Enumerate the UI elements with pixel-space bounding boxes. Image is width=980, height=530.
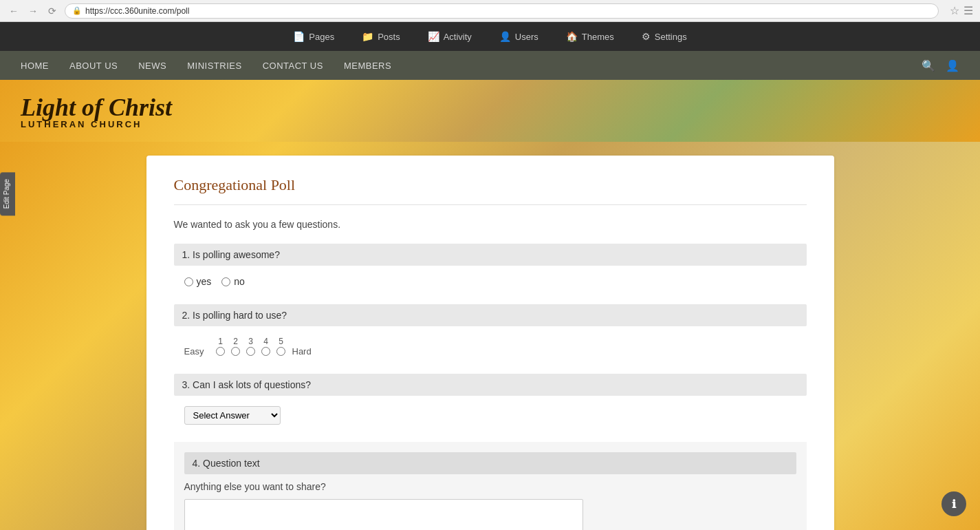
poll-title: Congregational Poll xyxy=(174,176,807,205)
scale-max-label: Hard xyxy=(292,346,312,357)
question-4-number: 4. xyxy=(193,458,201,469)
nav-home[interactable]: HOME xyxy=(21,61,49,71)
question-4: 4. Question text Anything else you want … xyxy=(174,442,807,530)
admin-nav-posts[interactable]: 📁 Posts xyxy=(362,31,400,42)
url-text: https://ccc.360unite.com/poll xyxy=(85,6,189,16)
settings-icon: ⚙ xyxy=(642,31,651,42)
forward-button[interactable]: → xyxy=(26,4,40,18)
nav-about[interactable]: ABOUT US xyxy=(69,61,118,71)
bookmark-icon[interactable]: ☆ xyxy=(950,4,959,17)
posts-icon: 📁 xyxy=(362,31,373,42)
page-content: Congregational Poll We wanted to ask you… xyxy=(0,142,980,530)
menu-icon[interactable]: ☰ xyxy=(963,4,973,17)
question-1-header: 1. Is polling awesome? xyxy=(174,244,807,266)
question-2-header: 2. Is polling hard to use? xyxy=(174,304,807,326)
question-2-number: 2. xyxy=(182,310,190,321)
pages-icon: 📄 xyxy=(293,31,305,42)
back-button[interactable]: ← xyxy=(7,4,21,18)
scale-num-2: 2 xyxy=(228,337,243,346)
lock-icon: 🔒 xyxy=(72,6,82,15)
site-title-main: Light of Christ xyxy=(21,93,172,122)
scale-radio-5[interactable] xyxy=(274,347,289,356)
admin-nav-settings[interactable]: ⚙ Settings xyxy=(642,31,687,42)
scale-radios xyxy=(213,347,289,356)
question-3: 3. Can I ask lots of questions? Select A… xyxy=(174,374,807,428)
scale-radio-2[interactable] xyxy=(228,347,243,356)
admin-nav-pages[interactable]: 📄 Pages xyxy=(293,31,334,42)
question-1-number: 1. xyxy=(182,249,190,260)
hero-banner: Light of Christ LUTHERAN CHURCH xyxy=(0,80,980,142)
activity-icon: 📈 xyxy=(428,31,439,42)
question-1-text: Is polling awesome? xyxy=(193,249,280,260)
admin-nav-activity[interactable]: 📈 Activity xyxy=(428,31,472,42)
question-1: 1. Is polling awesome? yes no xyxy=(174,244,807,290)
question-1-radio-no[interactable] xyxy=(221,277,230,286)
question-4-sublabel: Anything else you want to share? xyxy=(184,481,796,492)
scale-min-label: Easy xyxy=(184,346,213,357)
question-4-textarea[interactable] xyxy=(184,499,583,530)
themes-icon: 🏠 xyxy=(566,31,578,42)
question-2-text: Is polling hard to use? xyxy=(193,310,287,321)
question-1-option-yes[interactable]: yes xyxy=(184,276,212,287)
site-navigation: HOME ABOUT US NEWS MINISTRIES CONTACT US… xyxy=(0,51,980,80)
nav-actions: 🔍 👤 xyxy=(922,59,959,72)
question-3-text: Can I ask lots of questions? xyxy=(193,379,311,390)
scale-num-3: 3 xyxy=(243,337,259,346)
activity-label: Activity xyxy=(444,32,472,42)
scale-num-5: 5 xyxy=(274,337,289,346)
admin-toolbar: 📄 Pages 📁 Posts 📈 Activity 👤 Users 🏠 The… xyxy=(0,22,980,51)
question-3-select[interactable]: Select Answer xyxy=(184,406,281,425)
scale-radio-3[interactable] xyxy=(243,347,259,356)
question-1-answers: yes no xyxy=(174,273,807,290)
poll-intro: We wanted to ask you a few questions. xyxy=(174,219,807,230)
users-label: Users xyxy=(515,32,538,42)
themes-label: Themes xyxy=(582,32,614,42)
question-2-answers: 1 2 3 4 5 Easy Hard xyxy=(174,333,807,360)
user-icon[interactable]: 👤 xyxy=(946,59,959,72)
question-4-text: Question text xyxy=(203,458,260,469)
settings-label: Settings xyxy=(655,32,687,42)
question-3-number: 3. xyxy=(182,379,190,390)
question-1-label-yes: yes xyxy=(197,276,212,287)
posts-label: Posts xyxy=(378,32,400,42)
pages-label: Pages xyxy=(309,32,334,42)
nav-contact[interactable]: CONTACT US xyxy=(263,61,323,71)
users-icon: 👤 xyxy=(499,31,511,42)
poll-container: Congregational Poll We wanted to ask you… xyxy=(146,156,834,530)
browser-chrome: ← → ⟳ 🔒 https://ccc.360unite.com/poll ☆ … xyxy=(0,0,980,22)
question-1-radio-yes[interactable] xyxy=(184,277,193,286)
question-3-answers: Select Answer xyxy=(174,403,807,428)
question-1-option-no[interactable]: no xyxy=(221,276,245,287)
site-title: Light of Christ LUTHERAN CHURCH xyxy=(21,93,172,129)
scale-num-1: 1 xyxy=(213,337,228,346)
question-3-header: 3. Can I ask lots of questions? xyxy=(174,374,807,396)
scale-num-4: 4 xyxy=(259,337,274,346)
question-1-label-no: no xyxy=(234,276,245,287)
scale-row: Easy Hard xyxy=(184,346,796,357)
scale-numbers: 1 2 3 4 5 xyxy=(213,337,796,346)
edit-page-tab[interactable]: Edit Page xyxy=(0,172,15,215)
info-button[interactable]: ℹ xyxy=(941,491,966,516)
admin-nav-users[interactable]: 👤 Users xyxy=(499,31,538,42)
scale-radio-1[interactable] xyxy=(213,347,228,356)
admin-nav-themes[interactable]: 🏠 Themes xyxy=(566,31,614,42)
nav-news[interactable]: NEWS xyxy=(138,61,166,71)
nav-links: HOME ABOUT US NEWS MINISTRIES CONTACT US… xyxy=(21,61,391,71)
question-4-header: 4. Question text xyxy=(184,452,796,474)
nav-ministries[interactable]: MINISTRIES xyxy=(187,61,241,71)
url-bar[interactable]: 🔒 https://ccc.360unite.com/poll xyxy=(65,3,939,19)
question-2: 2. Is polling hard to use? 1 2 3 4 5 Eas… xyxy=(174,304,807,360)
search-icon[interactable]: 🔍 xyxy=(922,59,935,72)
nav-members[interactable]: MEMBERS xyxy=(344,61,391,71)
scale-radio-4[interactable] xyxy=(259,347,274,356)
reload-button[interactable]: ⟳ xyxy=(45,4,59,18)
